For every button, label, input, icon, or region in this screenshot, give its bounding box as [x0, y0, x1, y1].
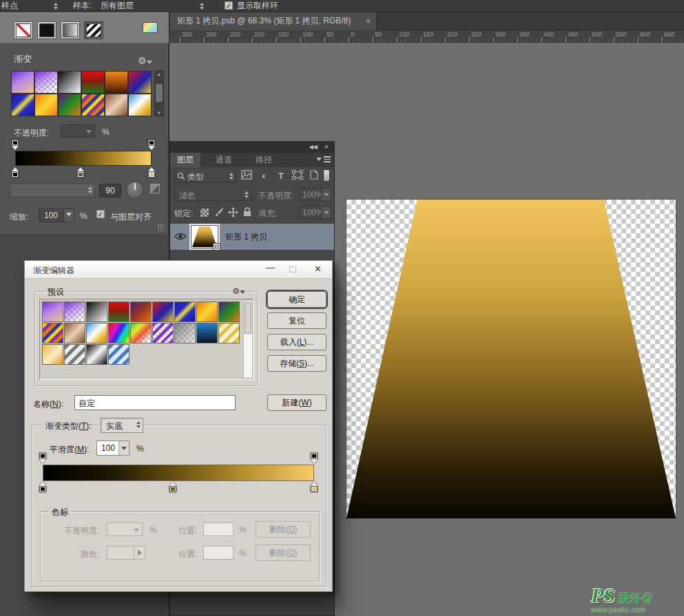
- gradient-preset[interactable]: [64, 344, 85, 365]
- dialog-title-bar[interactable]: 渐变编辑器 — ×: [25, 261, 332, 279]
- gradient-preset[interactable]: [81, 94, 105, 116]
- gradient-preset[interactable]: [11, 71, 34, 94]
- close-icon[interactable]: ×: [365, 12, 371, 30]
- chevron-right-icon[interactable]: [134, 546, 145, 559]
- style-solid-button[interactable]: [37, 21, 56, 39]
- gradient-preset[interactable]: [128, 94, 152, 116]
- sample-point-spinner[interactable]: [54, 3, 58, 10]
- filter-toggle[interactable]: [323, 169, 330, 182]
- layer-name[interactable]: 矩形 1 拷贝: [225, 231, 267, 243]
- scroll-up-icon[interactable]: ▲: [155, 72, 163, 77]
- filter-pixel-icon[interactable]: [240, 170, 253, 182]
- layer-row-selected[interactable]: 矩形 1 拷贝: [170, 224, 334, 250]
- scrollbar-thumb[interactable]: [156, 84, 163, 102]
- layer-thumbnail[interactable]: [191, 225, 218, 248]
- gradient-preset[interactable]: [42, 301, 63, 322]
- canvas[interactable]: [346, 200, 676, 518]
- gradient-preset[interactable]: [105, 94, 128, 116]
- delete-opacity-stop-button[interactable]: 删除(D): [256, 521, 311, 538]
- trapezoid-shape[interactable]: [346, 200, 676, 518]
- dialog-preset-scrollbar[interactable]: [243, 300, 253, 379]
- gradient-preset[interactable]: [174, 301, 196, 322]
- color-stop-marker[interactable]: [147, 167, 156, 178]
- align-layer-checkbox[interactable]: ✓: [96, 210, 105, 218]
- gradient-preset[interactable]: [64, 323, 85, 343]
- minimize-icon[interactable]: —: [266, 264, 274, 273]
- filter-shape-icon[interactable]: [291, 170, 304, 182]
- preset-scrollbar[interactable]: ▲ ▼: [154, 71, 164, 116]
- gradient-preset[interactable]: [108, 301, 129, 322]
- opacity-stop-marker[interactable]: [310, 453, 318, 463]
- reset-button[interactable]: 复位: [267, 312, 327, 329]
- new-button[interactable]: 新建(W): [267, 394, 327, 411]
- opacity-stop-marker[interactable]: [39, 453, 47, 463]
- opacity-stop-marker[interactable]: [147, 140, 156, 150]
- gradient-preview-bar[interactable]: [15, 151, 152, 166]
- gradient-preset[interactable]: [34, 71, 58, 94]
- resize-grip[interactable]: [157, 224, 164, 231]
- gradient-preset[interactable]: [130, 323, 152, 343]
- gradient-preset[interactable]: [196, 323, 218, 343]
- show-ring-checkbox[interactable]: ✓: [225, 1, 233, 10]
- document-tab[interactable]: 矩形 1 拷贝.psb @ 68.3% (矩形 1 拷贝, RGB/8) ×: [170, 12, 377, 30]
- chevron-down-icon[interactable]: [321, 189, 331, 200]
- gradient-preset[interactable]: [196, 301, 218, 322]
- save-button[interactable]: 存储(S)...: [267, 355, 327, 372]
- gradient-preset[interactable]: [218, 323, 240, 343]
- sample-spinner[interactable]: [200, 3, 204, 10]
- panel-menu-icon[interactable]: [316, 156, 331, 162]
- layer-opacity-dropdown[interactable]: 100%: [298, 188, 331, 201]
- gradient-preset[interactable]: [108, 344, 129, 365]
- scroll-down-icon[interactable]: ▼: [155, 110, 163, 116]
- name-input[interactable]: 自定: [74, 395, 236, 410]
- gradient-type-dropdown[interactable]: 实底: [101, 418, 143, 433]
- gradient-preset[interactable]: [218, 301, 240, 322]
- close-icon[interactable]: ×: [315, 263, 321, 275]
- gradient-preset[interactable]: [86, 323, 107, 343]
- blend-mode-dropdown[interactable]: 滤色: [174, 188, 251, 201]
- lock-position-icon[interactable]: [228, 207, 238, 220]
- tab-layers[interactable]: 图层: [170, 153, 200, 167]
- gradient-preset[interactable]: [81, 71, 105, 94]
- lock-paint-icon[interactable]: [214, 207, 224, 220]
- color-stop-marker[interactable]: [39, 482, 47, 492]
- scrollbar-thumb[interactable]: [245, 302, 251, 334]
- gradient-preset[interactable]: [58, 94, 81, 116]
- ok-button[interactable]: 确定: [267, 291, 327, 308]
- color-position-input[interactable]: [203, 546, 234, 560]
- sample-point-label[interactable]: 样点: [1, 0, 18, 12]
- opacity-dropdown[interactable]: [61, 125, 95, 138]
- color-stop-marker[interactable]: [310, 482, 318, 492]
- tab-paths[interactable]: 路径: [249, 153, 279, 167]
- gradient-preset[interactable]: [58, 71, 81, 94]
- scale-dropdown[interactable]: 100: [39, 209, 74, 222]
- horizontal-ruler[interactable]: 3503002502001501005005010015020025030035…: [169, 30, 684, 43]
- color-stop-marker[interactable]: [76, 167, 85, 178]
- current-gradient-swatch[interactable]: [143, 22, 158, 33]
- style-none-button[interactable]: [14, 21, 33, 39]
- dialog-gradient-bar[interactable]: [43, 465, 314, 481]
- stop-color-swatch[interactable]: [107, 546, 145, 560]
- sample-dropdown[interactable]: 所有图层: [101, 0, 134, 12]
- gradient-preset[interactable]: [152, 323, 174, 343]
- chevron-down-icon[interactable]: [63, 209, 74, 222]
- tab-channels[interactable]: 通道: [209, 153, 239, 167]
- fill-dropdown[interactable]: 100%: [298, 206, 331, 219]
- filter-smart-object-icon[interactable]: [308, 170, 320, 182]
- close-panel-icon[interactable]: ×: [324, 142, 329, 151]
- gradient-preset[interactable]: [34, 94, 58, 116]
- gradient-preset[interactable]: [152, 301, 174, 322]
- style-pattern-button[interactable]: [84, 21, 103, 39]
- collapse-panel-icon[interactable]: ◀◀: [309, 143, 318, 151]
- lock-all-icon[interactable]: [243, 207, 251, 219]
- visibility-eye-icon[interactable]: [174, 232, 187, 243]
- gradient-preset[interactable]: [11, 94, 34, 116]
- gradient-preset[interactable]: [42, 344, 63, 365]
- gradient-preset[interactable]: [174, 323, 196, 343]
- gradient-preset[interactable]: [105, 71, 128, 94]
- gradient-preset[interactable]: [108, 323, 129, 343]
- angle-dial[interactable]: [126, 181, 144, 199]
- style-gradient-button[interactable]: [61, 21, 80, 39]
- gradient-preset[interactable]: [130, 301, 152, 322]
- color-stop-marker[interactable]: [11, 167, 19, 178]
